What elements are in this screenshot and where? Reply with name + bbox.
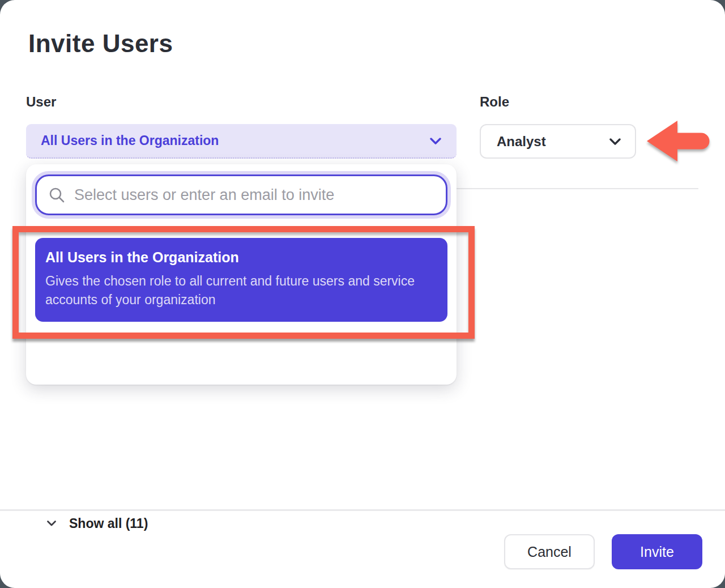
user-combobox[interactable]: All Users in the Organization <box>26 124 457 159</box>
role-field-label: Role <box>480 94 509 110</box>
invite-users-dialog: Invite Users User Role All Users in the … <box>0 0 725 588</box>
chevron-down-icon <box>429 137 442 145</box>
role-combobox-value: Analyst <box>497 134 609 150</box>
option-title: All Users in the Organization <box>45 249 437 266</box>
page-title: Invite Users <box>28 29 173 58</box>
invite-button[interactable]: Invite <box>612 534 702 569</box>
annotation-arrow-icon <box>647 119 710 163</box>
cancel-button[interactable]: Cancel <box>504 534 595 569</box>
user-search-input[interactable] <box>73 186 434 204</box>
user-dropdown-panel: All Users in the Organization Gives the … <box>26 164 457 385</box>
user-combobox-value: All Users in the Organization <box>41 133 429 148</box>
show-all-label: Show all (11) <box>69 516 148 531</box>
role-combobox[interactable]: Analyst <box>480 124 636 159</box>
search-icon <box>48 186 65 203</box>
show-all-toggle[interactable]: Show all (11) <box>26 509 457 538</box>
chevron-down-icon <box>46 520 57 527</box>
user-search-box[interactable] <box>35 174 447 215</box>
option-description: Gives the chosen role to all current and… <box>45 272 430 309</box>
chevron-down-icon <box>609 138 621 146</box>
option-all-users[interactable]: All Users in the Organization Gives the … <box>35 238 447 322</box>
user-field-label: User <box>26 94 56 110</box>
